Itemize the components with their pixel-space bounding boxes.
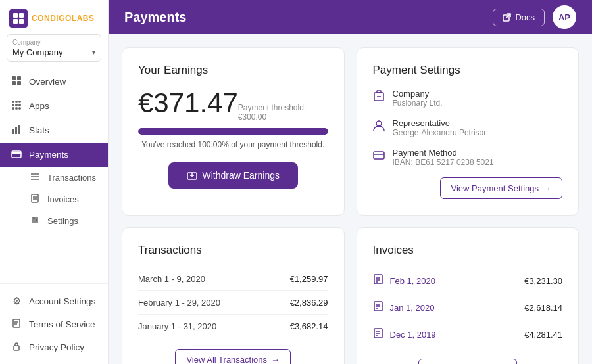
account-settings-icon: ⚙ (11, 295, 22, 307)
svg-rect-20 (12, 151, 21, 158)
sidebar-bottom-label: Privacy Policy (29, 342, 84, 352)
external-link-icon (503, 13, 511, 22)
svg-rect-6 (12, 81, 16, 85)
payment-settings-title: Payment Settings (373, 64, 563, 77)
svg-rect-51 (374, 302, 382, 311)
transactions-title: Transactions (138, 244, 328, 257)
company-selector[interactable]: Company My Company ▾ (7, 34, 101, 62)
settings-icon (29, 216, 41, 227)
sidebar-item-stats[interactable]: Stats (0, 118, 108, 143)
payment-method-info: Payment Method IBAN: BE61 5217 0238 5021 (393, 148, 494, 167)
svg-rect-32 (36, 219, 37, 221)
transaction-row: March 1 - 9, 2020 €1,259.97 (138, 267, 328, 291)
earnings-amount: €371.47 (138, 87, 238, 119)
invoice-icon (373, 328, 383, 341)
svg-point-11 (12, 104, 14, 106)
overview-icon (11, 76, 22, 88)
payments-icon (11, 148, 22, 161)
content-grid: Your Earnings €371.47 Payment threshold:… (109, 34, 592, 364)
sidebar-item-transactions[interactable]: Transactions (0, 167, 108, 189)
invoice-icon (373, 274, 383, 287)
invoice-amount: €4,281.41 (524, 330, 562, 340)
stats-icon (11, 124, 22, 137)
transactions-card: Transactions March 1 - 9, 2020 €1,259.97… (122, 227, 345, 364)
svg-point-12 (15, 104, 18, 106)
view-all-transactions-button[interactable]: View All Transactions → (175, 349, 291, 364)
payment-threshold: Payment threshold: €300.00 (238, 103, 328, 122)
svg-rect-21 (12, 152, 21, 154)
svg-rect-55 (374, 329, 382, 338)
sidebar-item-apps[interactable]: Apps (0, 94, 108, 118)
withdraw-button[interactable]: Withdraw Earnings (168, 162, 299, 189)
svg-rect-47 (374, 275, 382, 284)
svg-rect-3 (19, 19, 24, 24)
representative-info: Representative George-Alexandru Petrisor (393, 118, 487, 137)
payment-method-icon (373, 149, 385, 164)
representative-icon (373, 120, 385, 135)
invoice-left: Jan 1, 2020 (373, 301, 435, 314)
transactions-icon (29, 172, 41, 183)
svg-point-14 (12, 107, 14, 110)
payment-method-value: IBAN: BE61 5217 0238 5021 (393, 158, 494, 167)
invoice-date: Jan 1, 2020 (390, 303, 435, 313)
invoice-amount: €2,618.14 (524, 303, 562, 313)
svg-rect-7 (17, 81, 21, 85)
sidebar-item-overview[interactable]: Overview (0, 70, 108, 94)
sidebar-item-invoices[interactable]: Invoices (0, 189, 108, 210)
arrow-right-icon: → (543, 183, 551, 193)
svg-rect-31 (33, 217, 35, 219)
sidebar-item-payments[interactable]: Payments (0, 143, 108, 167)
svg-point-13 (18, 104, 21, 106)
sidebar-item-label: Apps (29, 101, 49, 111)
invoice-row: Dec 1, 2019 €4,281.41 (373, 321, 563, 348)
logo: CONDIGOLABS (0, 0, 108, 34)
svg-rect-5 (17, 76, 21, 80)
sidebar-subitem-label: Transactions (47, 173, 96, 183)
header-right: Docs AP (493, 5, 576, 29)
svg-rect-42 (377, 91, 381, 93)
withdraw-icon (187, 170, 197, 181)
sidebar-item-terms[interactable]: Terms of Service (0, 313, 108, 336)
sidebar-item-settings[interactable]: Settings (0, 210, 108, 232)
svg-point-15 (15, 107, 18, 110)
svg-point-16 (18, 107, 21, 110)
svg-rect-36 (14, 346, 19, 350)
company-icon (373, 90, 385, 105)
invoices-icon (29, 194, 41, 205)
view-all-invoices-button[interactable]: View All Invoices → (418, 359, 517, 364)
invoice-left: Feb 1, 2020 (373, 274, 435, 287)
progress-bar-bg (138, 128, 328, 135)
terms-icon (11, 319, 22, 330)
main-content: Payments Docs AP Your Earnings €371.47 P… (109, 0, 592, 364)
progress-text: You've reached 100.00% of your payment t… (138, 140, 328, 149)
transaction-period: February 1 - 29, 2020 (138, 298, 220, 307)
transaction-row: January 1 - 31, 2020 €3,682.14 (138, 315, 328, 338)
invoices-title: Invoices (373, 244, 563, 257)
sidebar-subitem-label: Invoices (47, 194, 79, 204)
representative-row: Representative George-Alexandru Petrisor (373, 118, 563, 137)
earnings-title: Your Earnings (138, 64, 328, 77)
progress-bar-fill (138, 128, 328, 135)
transaction-amount: €1,259.97 (290, 274, 328, 284)
transaction-period: March 1 - 9, 2020 (138, 274, 205, 284)
avatar: AP (553, 5, 576, 29)
transaction-amount: €3,682.14 (290, 321, 328, 331)
svg-rect-45 (374, 152, 384, 159)
company-label: Company (393, 89, 443, 99)
nav-section: Overview Apps Stats (0, 67, 108, 283)
view-payment-settings-button[interactable]: View Payment Settings → (440, 177, 562, 199)
sidebar-item-privacy[interactable]: Privacy Policy (0, 336, 108, 359)
payment-method-row: Payment Method IBAN: BE61 5217 0238 5021 (373, 148, 563, 167)
transaction-period: January 1 - 31, 2020 (138, 321, 216, 331)
svg-rect-1 (19, 13, 24, 18)
svg-point-8 (12, 101, 14, 103)
svg-rect-2 (13, 19, 18, 24)
logo-text: CONDIGOLABS (32, 14, 95, 23)
sidebar-item-account-settings[interactable]: ⚙ Account Settings (0, 289, 108, 313)
sidebar-item-label: Overview (29, 77, 66, 87)
chevron-down-icon: ▾ (92, 49, 95, 56)
representative-label: Representative (393, 118, 487, 128)
company-value: Fusionary Ltd. (393, 99, 443, 108)
docs-button[interactable]: Docs (493, 9, 545, 26)
earnings-card: Your Earnings €371.47 Payment threshold:… (122, 47, 345, 216)
